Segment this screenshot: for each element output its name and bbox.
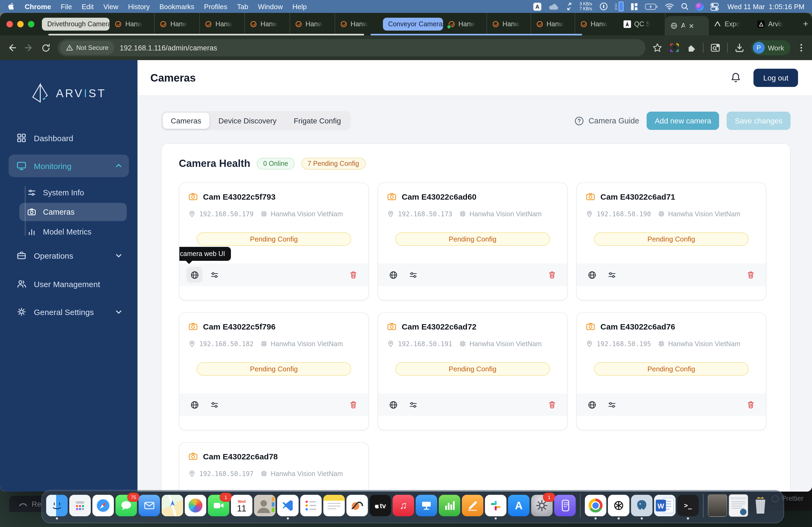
- tab-group-drivethrough[interactable]: Drivethrough Camera: [42, 18, 110, 31]
- delete-camera-button[interactable]: [743, 267, 759, 283]
- spotlight-icon[interactable]: [681, 3, 688, 10]
- sidebar-item-general-settings[interactable]: General Settings: [9, 301, 129, 322]
- tab-hanwha-4[interactable]: Hanw: [245, 13, 290, 35]
- menu-profiles[interactable]: Profiles: [204, 2, 228, 11]
- browser-menu-icon[interactable]: [797, 43, 806, 52]
- tab-hanwha-2[interactable]: Hanw: [155, 13, 200, 35]
- add-new-camera-button[interactable]: Add new camera: [647, 111, 719, 130]
- apple-menu-icon[interactable]: [8, 2, 15, 11]
- address-bar[interactable]: Not Secure 192.168.1.116/admin/cameras: [57, 39, 646, 56]
- dock-iphone-mirroring[interactable]: [554, 495, 576, 516]
- tab-hanwha-8[interactable]: Hanw: [487, 13, 531, 35]
- dock-reminders[interactable]: [300, 495, 322, 516]
- extensions-puzzle-icon[interactable]: [686, 43, 697, 53]
- menu-edit[interactable]: Edit: [82, 2, 94, 11]
- sidebar-item-monitoring[interactable]: Monitoring: [9, 154, 129, 177]
- camera-settings-button[interactable]: [405, 267, 421, 283]
- camera-settings-button[interactable]: [604, 396, 620, 413]
- network-speed[interactable]: 3 KB/s7 KB/s: [579, 2, 592, 11]
- window-tiles-icon[interactable]: [630, 2, 638, 11]
- dock-appletv[interactable]: tv: [369, 495, 391, 516]
- minimize-window-button[interactable]: [17, 21, 24, 27]
- menu-history[interactable]: History: [128, 2, 150, 11]
- save-changes-button[interactable]: Save changes: [727, 111, 791, 130]
- dock-music[interactable]: ♫: [393, 495, 414, 516]
- dock-minimized-window-pgadmin[interactable]: [729, 494, 748, 517]
- tab-cameras[interactable]: Cameras: [163, 113, 209, 129]
- control-center-icon[interactable]: [710, 2, 718, 11]
- dock-notes[interactable]: [323, 495, 345, 516]
- tab-hanwha-10[interactable]: Hanw: [575, 13, 619, 35]
- tab-expo[interactable]: Expo: [709, 13, 753, 35]
- sidebar-item-model-metrics[interactable]: Model Metrics: [19, 223, 127, 241]
- dock-safari[interactable]: [92, 495, 114, 516]
- dock-messages[interactable]: 75: [115, 495, 137, 516]
- camera-settings-button[interactable]: [604, 267, 620, 283]
- menu-bookmarks[interactable]: Bookmarks: [160, 2, 194, 11]
- tab-qc[interactable]: QC S: [619, 13, 666, 35]
- delete-camera-button[interactable]: [544, 267, 560, 283]
- dock-photos[interactable]: [185, 495, 206, 516]
- dock-launchpad[interactable]: [69, 495, 91, 516]
- network-arrows-icon[interactable]: [566, 3, 572, 10]
- stats-widget-icon[interactable]: DSU: [615, 2, 623, 11]
- zoom-window-button[interactable]: [28, 21, 34, 27]
- menu-window[interactable]: Window: [258, 2, 283, 11]
- menu-file[interactable]: File: [61, 2, 72, 11]
- battery-icon[interactable]: [645, 3, 657, 10]
- open-camera-web-ui-button[interactable]: [385, 396, 401, 413]
- url-text[interactable]: 192.168.1.116/admin/cameras: [120, 44, 217, 52]
- dock-keynote[interactable]: [416, 495, 437, 516]
- open-camera-web-ui-button[interactable]: [584, 267, 600, 283]
- tab-hanwha-1[interactable]: Hanw: [110, 13, 155, 35]
- sidebar-item-operations[interactable]: Operations: [9, 245, 129, 266]
- wifi-icon[interactable]: [665, 3, 674, 10]
- delete-camera-button[interactable]: [743, 396, 759, 413]
- menu-tab[interactable]: Tab: [237, 2, 248, 11]
- lens-extension-icon[interactable]: [669, 42, 680, 53]
- onepassword-icon[interactable]: [599, 2, 608, 11]
- open-camera-web-ui-button[interactable]: [186, 396, 202, 413]
- delete-camera-button[interactable]: [345, 396, 361, 413]
- camera-settings-button[interactable]: [405, 396, 421, 413]
- tab-hanwha-9[interactable]: Hanw: [531, 13, 575, 35]
- security-chip[interactable]: Not Secure: [60, 41, 114, 55]
- bookmark-star-icon[interactable]: [652, 42, 663, 53]
- dock-trash[interactable]: [750, 495, 771, 516]
- menubar-clock[interactable]: Wed 11 Mar 1:05:16 PM: [727, 2, 804, 11]
- dock-maps[interactable]: [162, 495, 183, 516]
- siri-icon[interactable]: [695, 2, 703, 11]
- dock-system-settings[interactable]: 1: [531, 495, 553, 516]
- close-window-button[interactable]: [6, 21, 13, 27]
- new-tab-button[interactable]: +: [799, 17, 812, 31]
- forward-icon[interactable]: [24, 42, 34, 53]
- open-camera-web-ui-button[interactable]: [186, 267, 202, 283]
- profile-chip[interactable]: P Work: [751, 40, 791, 55]
- open-camera-web-ui-button[interactable]: [584, 396, 600, 413]
- camera-guide-link[interactable]: Camera Guide: [574, 116, 639, 126]
- tab-arvist-admin-active[interactable]: A: [666, 16, 709, 35]
- tab-group-conveyor[interactable]: Conveyor Cameras: [383, 18, 443, 31]
- dock-numbers[interactable]: [439, 495, 460, 516]
- dock-chrome[interactable]: [585, 495, 606, 516]
- tab-device-discovery[interactable]: Device Discovery: [211, 113, 285, 129]
- tab-hanwha-6[interactable]: Hanw: [335, 13, 379, 35]
- dock-slack[interactable]: [485, 495, 506, 516]
- delete-camera-button[interactable]: [345, 267, 361, 283]
- camera-settings-button[interactable]: [206, 267, 222, 283]
- status-app-icon[interactable]: A: [533, 2, 541, 11]
- sidebar-item-cameras[interactable]: Cameras: [19, 203, 127, 221]
- open-camera-web-ui-button[interactable]: [385, 267, 401, 283]
- dock-terminal[interactable]: >_: [677, 495, 699, 516]
- dock-finder[interactable]: [46, 495, 68, 516]
- dock-chatgpt[interactable]: [608, 495, 629, 516]
- dock-facetime[interactable]: 1: [208, 495, 229, 516]
- back-icon[interactable]: [6, 42, 17, 53]
- menubar-app-name[interactable]: Chrome: [25, 2, 51, 11]
- menu-view[interactable]: View: [103, 2, 118, 11]
- download-icon[interactable]: [734, 42, 745, 53]
- sidebar-item-system-info[interactable]: System Info: [19, 183, 127, 202]
- dock-pages[interactable]: [462, 495, 483, 516]
- dock-word[interactable]: W: [654, 495, 676, 516]
- dock-contacts[interactable]: [254, 495, 276, 516]
